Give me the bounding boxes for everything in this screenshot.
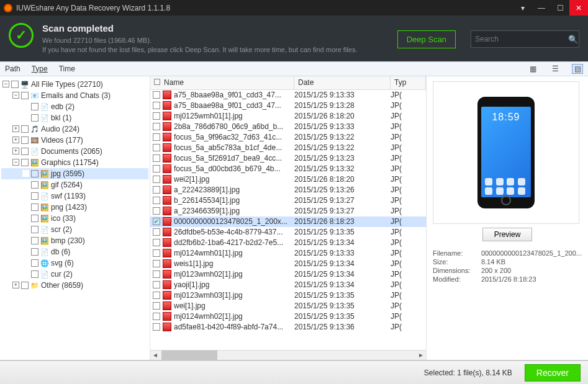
tree-documents[interactable]: +📄Documents (2065) xyxy=(1,146,148,157)
settings-button[interactable]: ▾ xyxy=(513,0,532,16)
row-checkbox[interactable]: ✔ xyxy=(153,218,160,225)
file-row[interactable]: ✔0000000000123478025_1_200x...2015/1/26 … xyxy=(150,217,426,227)
col-type[interactable]: Typ xyxy=(391,76,426,89)
close-button[interactable]: ✕ xyxy=(569,0,588,16)
file-icon xyxy=(163,323,171,331)
row-checkbox[interactable] xyxy=(153,186,160,194)
file-icon xyxy=(163,249,171,257)
tree-swf[interactable]: 📄swf (1193) xyxy=(1,190,148,202)
tree-bkl[interactable]: 📄bkl (1) xyxy=(1,112,148,123)
file-row[interactable]: weis1[1].jpg2015/1/25 9:13:34JP( xyxy=(150,259,426,269)
preview-button[interactable]: Preview xyxy=(482,228,532,241)
file-row[interactable]: focus_5a_ab5c783a_b1cf_4de...2015/1/25 9… xyxy=(150,143,426,153)
file-type: JP( xyxy=(391,270,426,279)
row-checkbox[interactable] xyxy=(153,102,160,109)
col-date[interactable]: Date xyxy=(294,76,391,89)
tree-gif[interactable]: 🖼️gif (5264) xyxy=(1,179,148,190)
file-row[interactable]: mj0124wmh01[1].jpg2015/1/25 9:13:33JP( xyxy=(150,248,426,259)
sort-type[interactable]: Type xyxy=(32,65,48,73)
tree-svg[interactable]: 🌐svg (6) xyxy=(1,257,148,269)
file-row[interactable]: a75_8baae98a_9f01_cdd3_47...2015/1/25 9:… xyxy=(150,100,426,111)
file-row[interactable]: focus_5a_9f96ac32_7d63_41c...2015/1/25 9… xyxy=(150,132,426,143)
file-type: JP( xyxy=(391,185,426,194)
maximize-button[interactable]: ☐ xyxy=(551,0,569,16)
row-checkbox[interactable] xyxy=(153,176,160,183)
tree-all[interactable]: −🖥️All File Types (22710) xyxy=(1,79,148,90)
row-checkbox[interactable] xyxy=(153,154,160,162)
row-checkbox[interactable] xyxy=(153,292,160,299)
file-date: 2015/1/26 8:18:20 xyxy=(294,112,391,120)
row-checkbox[interactable] xyxy=(153,228,160,236)
view-list-icon[interactable]: ☰ xyxy=(550,64,561,74)
file-row[interactable]: focus_5a_5f2691d7_bea9_4cc...2015/1/25 9… xyxy=(150,153,426,164)
sort-time[interactable]: Time xyxy=(59,65,75,73)
tree-scr[interactable]: 📄scr (2) xyxy=(1,224,148,235)
row-checkbox[interactable] xyxy=(153,281,160,288)
tree-ico[interactable]: 🖼️ico (33) xyxy=(1,213,148,224)
tree-png[interactable]: 🖼️png (1423) xyxy=(1,202,148,213)
file-date: 2015/1/25 9:13:26 xyxy=(294,185,391,194)
row-checkbox[interactable] xyxy=(153,323,160,331)
tree-db[interactable]: 📄db (6) xyxy=(1,246,148,257)
file-row[interactable]: mj0123wmh03[1].jpg2015/1/25 9:13:35JP( xyxy=(150,290,426,301)
tree-other[interactable]: +📁Other (8659) xyxy=(1,280,148,291)
file-name: ad5fae81-b420-4f89-abfd-7a74... xyxy=(174,323,294,331)
file-row[interactable]: a_223466359[1].jpg2015/1/25 9:13:27JP( xyxy=(150,206,426,217)
h-scrollbar[interactable]: ◂▸ xyxy=(150,350,426,360)
search-icon[interactable]: 🔍 xyxy=(568,35,578,44)
file-row[interactable]: focus_5a_d00cbd36_b679_4b...2015/1/25 9:… xyxy=(150,164,426,174)
view-detail-icon[interactable]: ▤ xyxy=(572,64,583,74)
recover-button[interactable]: Recover xyxy=(525,364,581,382)
tree-bmp[interactable]: 🖼️bmp (230) xyxy=(1,235,148,246)
row-checkbox[interactable] xyxy=(153,112,160,120)
row-checkbox[interactable] xyxy=(153,165,160,172)
file-row[interactable]: ad5fae81-b420-4f89-abfd-7a74...2015/1/25… xyxy=(150,322,426,333)
file-row[interactable]: dd2fb6b2-1ba6-4217-b2d2-7e5...2015/1/25 … xyxy=(150,238,426,248)
sort-path[interactable]: Path xyxy=(5,65,20,73)
row-checkbox[interactable] xyxy=(153,123,160,130)
row-checkbox[interactable] xyxy=(153,302,160,310)
tree-edb[interactable]: 📄edb (2) xyxy=(1,101,148,112)
file-row[interactable]: mj0124wmh02[1].jpg2015/1/25 9:13:35JP( xyxy=(150,311,426,322)
tree-audio[interactable]: +🎵Audio (224) xyxy=(1,123,148,135)
row-checkbox[interactable] xyxy=(153,133,160,141)
file-row[interactable]: b_226145534[1].jpg2015/1/25 9:13:27JP( xyxy=(150,195,426,206)
file-type: JP( xyxy=(391,154,426,163)
row-checkbox[interactable] xyxy=(153,207,160,215)
check-icon: ✓ xyxy=(9,23,34,48)
file-row[interactable]: mj0123wmh02[1].jpg2015/1/25 9:13:34JP( xyxy=(150,269,426,280)
file-name: a75_8baae98a_9f01_cdd3_47... xyxy=(174,91,294,99)
tree-graphics[interactable]: −🖼️Graphics (11754) xyxy=(1,157,148,168)
file-row[interactable]: wei2[1].jpg2015/1/26 8:18:20JP( xyxy=(150,174,426,185)
minimize-button[interactable]: — xyxy=(532,0,551,16)
file-row[interactable]: yaoji[1].jpg2015/1/25 9:13:34JP( xyxy=(150,280,426,290)
file-row[interactable]: 2b8a_786d6780_06c9_a6bd_b...2015/1/25 9:… xyxy=(150,122,426,132)
row-checkbox[interactable] xyxy=(153,270,160,278)
tree-emails[interactable]: −📧Emails and Chats (3) xyxy=(1,90,148,101)
row-checkbox[interactable] xyxy=(153,239,160,246)
file-row[interactable]: a_222423889[1].jpg2015/1/25 9:13:26JP( xyxy=(150,185,426,195)
tree-jpg[interactable]: 🖼️jpg (3595) xyxy=(1,168,148,179)
file-row[interactable]: mj0125wmh01[1].jpg2015/1/26 8:18:20JP( xyxy=(150,111,426,122)
row-checkbox[interactable] xyxy=(153,197,160,204)
row-checkbox[interactable] xyxy=(153,260,160,267)
search-box[interactable]: 🔍 xyxy=(471,30,579,48)
col-name[interactable]: Name xyxy=(150,76,294,89)
tree-videos[interactable]: +🎞️Videos (177) xyxy=(1,135,148,146)
file-row[interactable]: a75_8baae98a_9f01_cdd3_47...2015/1/25 9:… xyxy=(150,90,426,100)
row-checkbox[interactable] xyxy=(153,144,160,151)
row-checkbox[interactable] xyxy=(153,249,160,257)
tree-cur[interactable]: 📄cur (2) xyxy=(1,269,148,280)
window-title: IUWEshare Any Data Recovery Wizard 1.1.1… xyxy=(16,4,513,12)
file-rows[interactable]: a75_8baae98a_9f01_cdd3_47...2015/1/25 9:… xyxy=(150,90,426,350)
file-row[interactable]: wei[1].jpg2015/1/25 9:13:35JP( xyxy=(150,301,426,311)
search-input[interactable] xyxy=(475,35,568,43)
file-type: JP( xyxy=(391,249,426,257)
file-icon xyxy=(163,112,171,120)
row-checkbox[interactable] xyxy=(153,313,160,320)
file-row[interactable]: 26dfdbe5-b53e-4c4b-8779-437...2015/1/25 … xyxy=(150,227,426,238)
folder-tree[interactable]: −🖥️All File Types (22710) −📧Emails and C… xyxy=(0,76,150,360)
view-grid-icon[interactable]: ▦ xyxy=(527,64,538,74)
row-checkbox[interactable] xyxy=(153,91,160,99)
deep-scan-button[interactable]: Deep Scan xyxy=(397,30,456,48)
